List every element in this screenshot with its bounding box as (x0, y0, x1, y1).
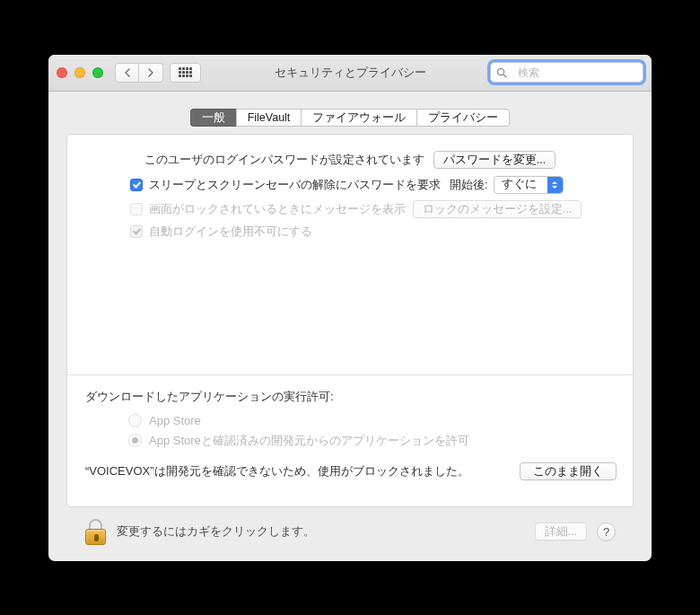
svg-line-1 (503, 75, 506, 77)
lock-button[interactable] (84, 519, 107, 545)
nav-buttons (115, 63, 163, 83)
download-allow-title: ダウンロードしたアプリケーションの実行許可: (85, 390, 334, 403)
lock-message-checkbox[interactable] (130, 203, 143, 215)
forward-button[interactable] (139, 63, 163, 83)
show-all-button[interactable] (170, 63, 201, 83)
window-body: 一般 FileVault ファイアウォール プライバシー このユーザのログインパ… (48, 92, 652, 561)
tab-firewall[interactable]: ファイアウォール (301, 109, 416, 127)
login-password-status: このユーザのログインパスワードが設定されています (144, 152, 424, 168)
help-button[interactable]: ? (597, 523, 616, 541)
tab-privacy[interactable]: プライバシー (416, 109, 510, 127)
change-password-button[interactable]: パスワードを変更... (433, 151, 556, 169)
radio-appstore-label: App Store (149, 414, 201, 427)
zoom-button[interactable] (92, 67, 103, 78)
advanced-button[interactable]: 詳細... (535, 523, 587, 540)
radio-identified-developers[interactable] (128, 434, 142, 447)
search-field[interactable] (490, 62, 643, 83)
tab-bar: 一般 FileVault ファイアウォール プライバシー (66, 109, 634, 127)
open-anyway-button[interactable]: このまま開く (520, 462, 617, 480)
radio-appstore-only[interactable] (128, 414, 142, 427)
delay-select[interactable]: すぐに (494, 176, 564, 194)
tab-filevault[interactable]: FileVault (236, 109, 302, 127)
traffic-lights (57, 67, 103, 78)
require-password-checkbox[interactable] (130, 179, 143, 191)
tab-general[interactable]: 一般 (190, 109, 236, 127)
minimize-button[interactable] (74, 67, 85, 78)
disable-autologin-checkbox[interactable] (130, 225, 143, 238)
delay-value: すぐに (494, 177, 544, 192)
lock-message-label: 画面がロックされているときにメッセージを表示 (149, 201, 406, 217)
radio-identified-label: App Storeと確認済みの開発元からのアプリケーションを許可 (149, 433, 469, 449)
select-stepper-icon (547, 177, 563, 193)
preferences-window: セキュリティとプライバシー 一般 FileVault ファイアウォール プライバ… (48, 55, 652, 561)
delay-label: 開始後: (450, 177, 488, 193)
disable-autologin-label: 自動ログインを使用不可にする (149, 224, 312, 240)
search-icon (496, 67, 507, 78)
general-panel: このユーザのログインパスワードが設定されています パスワードを変更... スリー… (66, 134, 634, 507)
chevron-left-icon (124, 68, 131, 77)
svg-point-0 (497, 68, 503, 75)
chevron-right-icon (147, 68, 154, 77)
lock-body-icon (85, 529, 106, 545)
grid-icon (179, 67, 192, 77)
back-button[interactable] (115, 63, 139, 83)
divider (67, 374, 633, 375)
require-password-label: スリープとスクリーンセーバの解除にパスワードを要求 (149, 177, 441, 193)
blocked-app-message: “VOICEVOX”は開発元を確認できないため、使用がブロックされました。 (85, 463, 469, 479)
close-button[interactable] (57, 67, 67, 78)
search-input[interactable] (516, 66, 652, 80)
titlebar: セキュリティとプライバシー (48, 55, 652, 92)
set-lock-message-button[interactable]: ロックのメッセージを設定... (413, 200, 582, 218)
footer: 変更するにはカギをクリックします。 詳細... ? (66, 507, 634, 561)
unlock-hint: 変更するにはカギをクリックします。 (117, 523, 315, 540)
